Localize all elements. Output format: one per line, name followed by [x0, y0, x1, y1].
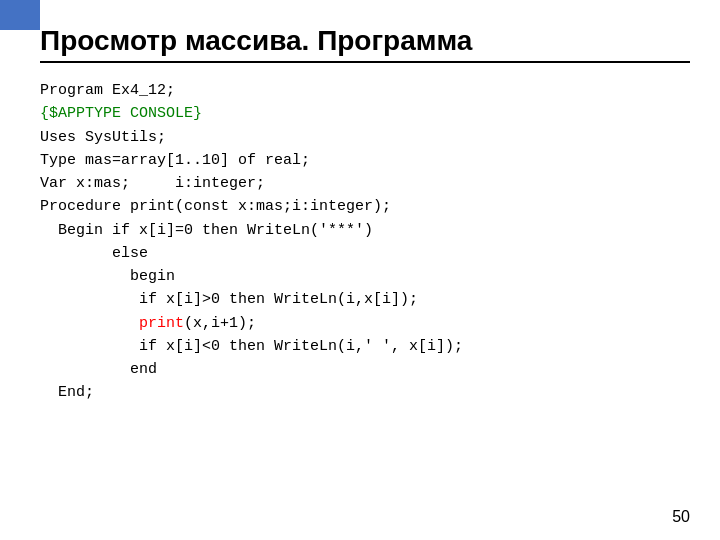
code-line-9: begin [40, 265, 690, 288]
code-line-2: {$APPTYPE CONSOLE} [40, 102, 690, 125]
code-line-1: Program Ex4_12; [40, 79, 690, 102]
code-line-6: Procedure print(const x:mas;i:integer); [40, 195, 690, 218]
code-line-5: Var x:mas; i:integer; [40, 172, 690, 195]
code-line-14: End; [40, 381, 690, 404]
code-line-11: print(x,i+1); [40, 312, 690, 335]
page-number: 50 [672, 508, 690, 526]
code-line-13: end [40, 358, 690, 381]
code-line-12: if x[i]<0 then WriteLn(i,' ', x[i]); [40, 335, 690, 358]
slide-title: Просмотр массива. Программа [40, 25, 690, 63]
top-bar-decoration [0, 0, 40, 30]
code-line-4: Type mas=array[1..10] of real; [40, 149, 690, 172]
code-print-call: print [139, 315, 184, 332]
code-line-8: else [40, 242, 690, 265]
code-line-7: Begin if x[i]=0 then WriteLn('***') [40, 219, 690, 242]
code-block: Program Ex4_12; {$APPTYPE CONSOLE} Uses … [40, 79, 690, 405]
slide: Просмотр массива. Программа Program Ex4_… [0, 0, 720, 540]
code-line-10: if x[i]>0 then WriteLn(i,x[i]); [40, 288, 690, 311]
code-line-3: Uses SysUtils; [40, 126, 690, 149]
